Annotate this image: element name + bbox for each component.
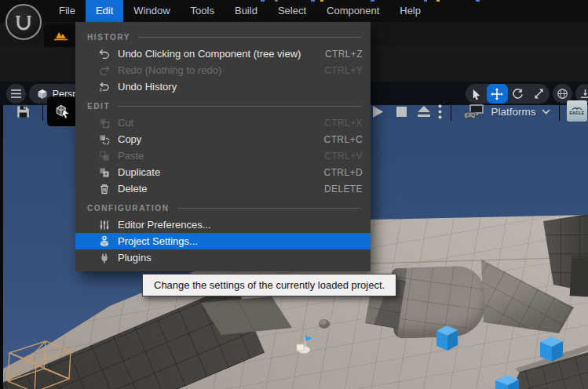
undo-icon [97,48,111,60]
save-button[interactable] [9,98,36,125]
eject-icon [418,106,430,118]
top-edge-speck [476,0,480,2]
stop-icon [396,107,407,117]
menubar-item-window[interactable]: Window [123,0,180,22]
stop-button[interactable] [393,98,410,125]
menu-item-label: Editor Preferences... [118,219,363,231]
select-mode-icon [53,101,73,122]
menu-item-delete[interactable]: DeleteDELETE [75,180,371,197]
menubar-item-tools[interactable]: Tools [181,0,225,22]
tooltip: Change the settings of the currently loa… [142,274,396,296]
toolbar-divider [451,102,451,121]
top-edge-speck [371,0,374,2]
select-mode-button[interactable] [47,96,79,126]
duplicate-icon [97,166,111,179]
menu-section-header-label: EDIT [87,102,110,111]
menu-item-label: Undo Clicking on Component (tree view) [118,48,325,60]
menubar-list: FileEditWindowToolsBuildSelectComponentH… [49,0,588,22]
unreal-logo-icon[interactable] [5,4,42,40]
project-settings-icon [97,235,111,248]
top-edge-speck [261,0,265,2]
top-edge-speck [275,0,278,2]
menu-item-label: Paste [118,150,324,162]
menu-item-shortcut: CTRL+Z [325,49,363,60]
menu-item-label: Cut [118,117,324,129]
scene-slab-northeast [570,255,588,296]
menu-item-plugins[interactable]: Plugins [75,249,371,266]
menu-item-undo-history[interactable]: Undo History [75,78,371,95]
top-edge-speck [436,0,440,2]
platforms-icon [464,104,485,120]
menu-item-label: Undo History [118,81,363,93]
kebab-icon [438,104,442,119]
menu-section: EDITCutCTRL+XCopyCTRL+CPasteCTRL+VDuplic… [75,97,371,197]
top-edge-speck [320,0,323,2]
menubar-item-help[interactable]: Help [389,0,431,22]
menu-section-header: CONFIGURATION [75,199,371,216]
menu-item-shortcut: CTRL+Y [324,65,363,76]
menubar-item-component[interactable]: Component [316,0,389,22]
menu-item-label: Redo (Nothing to redo) [118,64,324,76]
menu-section: CONFIGURATIONEditor Preferences...Projec… [75,199,371,266]
menu-item-label: Delete [118,183,324,194]
menu-item-project-settings[interactable]: Project Settings... [75,233,371,249]
viewport-edge [0,82,3,389]
menu-item-shortcut: CTRL+C [324,134,363,145]
editor-preferences-icon [97,219,111,231]
menu-item-label: Duplicate [118,166,324,178]
eject-button[interactable] [415,98,433,125]
menubar-item-file[interactable]: File [49,0,86,22]
platforms-dropdown-button[interactable]: Platforms [455,98,559,125]
top-edge-speck [424,0,427,2]
project-thumbnail-badge[interactable]: EAGLE [567,100,587,122]
menu-item-paste: PasteCTRL+V [75,147,371,164]
menu-item-shortcut: CTRL+V [324,151,363,162]
menu-item-shortcut: CTRL+X [324,118,363,129]
menu-item-copy[interactable]: CopyCTRL+C [75,131,371,147]
menu-item-undo-clicking-on-component-tree-view[interactable]: Undo Clicking on Component (tree view)CT… [75,45,371,62]
menu-section: HISTORYUndo Clicking on Component (tree … [75,28,371,95]
edit-dropdown-menu: HISTORYUndo Clicking on Component (tree … [75,22,371,271]
menu-section-header-label: HISTORY [87,33,130,42]
cut-icon [97,117,111,129]
paste-icon [97,150,111,162]
level-tab-icon [53,29,68,42]
snap-icon [579,88,588,100]
menubar-item-edit[interactable]: Edit [86,0,123,22]
copy-icon [97,133,111,146]
menu-item-label: Copy [118,133,324,145]
play-icon [373,106,383,118]
menu-section-header-label: CONFIGURATION [87,204,170,213]
toolbar-divider [42,102,43,121]
menu-section-header: EDIT [75,97,371,115]
play-button[interactable] [369,98,386,125]
menu-item-label: Plugins [118,252,363,264]
top-edge-speck [311,0,315,2]
menubar-item-select[interactable]: Select [268,0,316,22]
menu-item-redo-nothing-to-redo: Redo (Nothing to redo)CTRL+Y [75,62,371,78]
scene-rounded-block [391,265,486,339]
menu-section-rule [118,106,361,107]
chevron-down-icon [542,109,550,115]
hamburger-icon [11,89,21,98]
plugins-icon [97,252,111,264]
menu-item-label: Project Settings... [118,235,363,247]
redo-icon [97,64,111,77]
tooltip-text: Change the settings of the currently loa… [154,279,385,291]
menubar: FileEditWindowToolsBuildSelectComponentH… [0,0,588,22]
save-icon [15,104,31,120]
menu-section-rule [138,37,361,38]
menubar-item-build[interactable]: Build [225,0,268,22]
delete-icon [97,183,111,195]
unreal-editor-window: FileEditWindowToolsBuildSelectComponentH… [0,0,588,389]
toolbar-divider [559,102,560,121]
perspective-cube-icon [37,89,48,100]
menu-item-shortcut: DELETE [324,184,363,194]
menu-item-duplicate[interactable]: DuplicateCTRL+D [75,164,371,180]
play-options-kebab-button[interactable] [433,98,446,125]
menu-item-shortcut: CTRL+D [324,167,363,178]
project-badge-label: EAGLE [569,111,584,115]
platforms-label: Platforms [491,106,535,118]
menu-item-editor-preferences[interactable]: Editor Preferences... [75,216,371,233]
menu-section-rule [177,208,362,209]
